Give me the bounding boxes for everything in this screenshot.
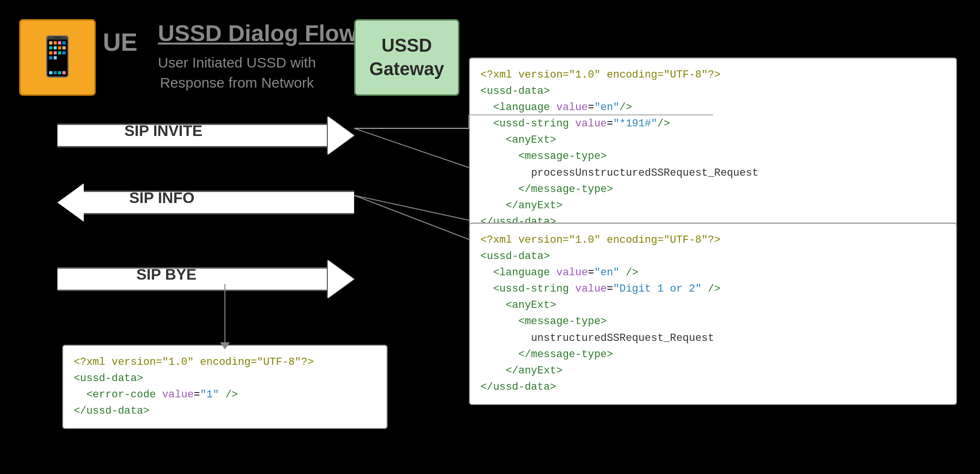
- sip-invite-label: SIP INVITE: [124, 122, 202, 140]
- sip-bye-arrow: [57, 260, 354, 298]
- xml-mid-line6: <message-type>: [480, 314, 946, 330]
- xml-top-line9: </anyExt>: [480, 198, 946, 214]
- svg-line-4: [354, 195, 469, 220]
- sip-info-arrow: [57, 183, 354, 222]
- sip-invite-arrow: [57, 116, 354, 155]
- xml-bot-line4: </ussd-data>: [74, 403, 376, 419]
- sip-bye-label: SIP BYE: [136, 266, 197, 283]
- arrow-head-bye: [328, 260, 354, 298]
- phone-icon: 📱: [33, 34, 81, 81]
- xml-top-line3: <language value="en"/>: [480, 100, 946, 116]
- xml-mid-line5: <anyExt>: [480, 297, 946, 314]
- xml-top-line8: </message-type>: [480, 181, 946, 198]
- xml-middle-box: <?xml version="1.0" encoding="UTF-8"?> <…: [469, 223, 957, 405]
- xml-top-box: <?xml version="1.0" encoding="UTF-8"?> <…: [469, 57, 957, 240]
- xml-mid-line7: unstructuredSSRequest_Request: [480, 330, 946, 347]
- svg-line-3: [354, 128, 469, 168]
- xml-top-line6: <message-type>: [480, 148, 946, 165]
- xml-mid-line1: <?xml version="1.0" encoding="UTF-8"?>: [480, 232, 946, 248]
- gateway-label: USSD Gateway: [369, 34, 444, 81]
- xml-top-line7: processUnstructuredSSRequest_Request: [480, 165, 946, 181]
- page-subtitle: User Initiated USSD with Response from N…: [158, 53, 316, 93]
- arrow-head-left: [57, 183, 84, 222]
- arrow-shaft-info: [84, 191, 354, 214]
- xml-mid-line2: <ussd-data>: [480, 248, 946, 265]
- xml-top-line5: <anyExt>: [480, 132, 946, 148]
- xml-mid-line3: <language value="en" />: [480, 265, 946, 281]
- gateway-box: USSD Gateway: [354, 19, 459, 96]
- xml-top-line1: <?xml version="1.0" encoding="UTF-8"?>: [480, 67, 946, 83]
- ue-box: 📱: [19, 19, 96, 96]
- page-title: USSD Dialog Flow: [158, 20, 357, 46]
- xml-top-line2: <ussd-data>: [480, 83, 946, 100]
- ue-label: UE: [103, 28, 137, 56]
- arrow-head: [328, 116, 354, 155]
- sip-info-label: SIP INFO: [129, 189, 194, 207]
- xml-bot-line1: <?xml version="1.0" encoding="UTF-8"?>: [74, 354, 376, 371]
- xml-mid-line4: <ussd-string value="Digit 1 or 2" />: [480, 281, 946, 297]
- xml-mid-line8: </message-type>: [480, 347, 946, 363]
- svg-line-5: [354, 195, 469, 239]
- xml-mid-line9: </anyExt>: [480, 363, 946, 379]
- xml-bot-line3: <error-code value="1" />: [74, 387, 376, 403]
- xml-mid-line10: </ussd-data>: [480, 379, 946, 395]
- xml-bot-line2: <ussd-data>: [74, 371, 376, 387]
- xml-top-line4: <ussd-string value="*191#"/>: [480, 116, 946, 132]
- xml-bottom-box: <?xml version="1.0" encoding="UTF-8"?> <…: [62, 345, 388, 429]
